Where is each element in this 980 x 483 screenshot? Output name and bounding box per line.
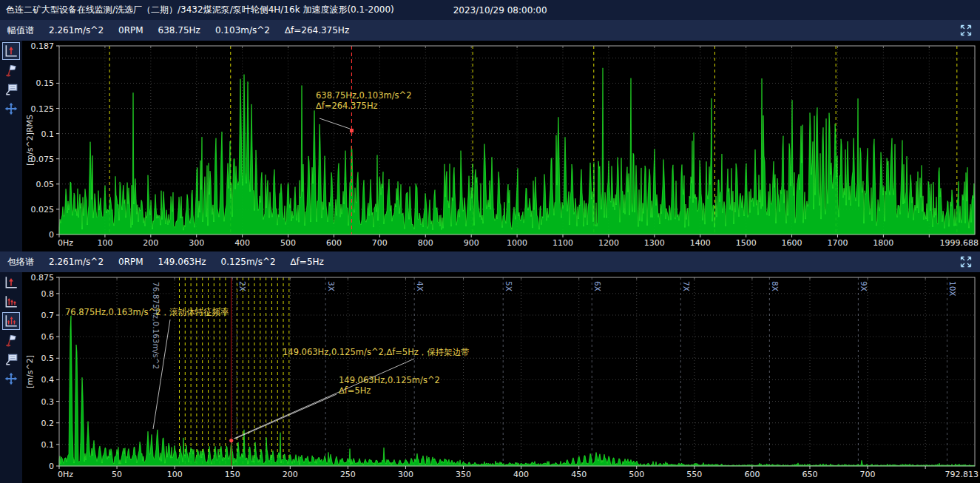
x-tick-label: 1700 — [827, 238, 848, 248]
x-tick-label: 200 — [143, 238, 158, 248]
y-tick-label: 0.125 — [31, 104, 55, 114]
x-tick-label: 1100 — [552, 238, 573, 248]
cursor-annotation: 76.875Hz,0.163m/s^2，滚动体特征频率 — [65, 307, 229, 317]
y-tick-label: 0.187 — [31, 41, 55, 51]
envelope-spectrum-chart[interactable]: 2X3X4X5X6X7X8X9X10X0Hz501001502002503003… — [22, 272, 980, 483]
harmonic-label: 7X — [682, 281, 691, 291]
delta-f-value: ∆f=264.375Hz — [285, 25, 349, 36]
y-tick-label: 0.05 — [36, 180, 55, 189]
cursor-frequency: 638.75Hz — [158, 25, 200, 36]
annotation-icon[interactable] — [2, 351, 20, 368]
y-tick-label: 0.1 — [41, 440, 55, 450]
x-tick-label: 100 — [97, 238, 112, 248]
x-tick-label: 600 — [744, 470, 760, 479]
x-tick-label: 0Hz — [58, 470, 73, 479]
harmonic-label: 4X — [416, 281, 425, 291]
chart-toolbar — [0, 41, 22, 251]
panel-body: 0Hz1002003004005006007008009001000110012… — [0, 41, 980, 251]
harmonic-label: 5X — [504, 281, 513, 291]
x-tick-label: 200 — [283, 470, 298, 479]
expand-icon[interactable] — [959, 24, 973, 37]
x-tick-label: 1999.688 — [940, 238, 979, 248]
title-bar: 色连二矿大型设备在线监测/洗选厂（二期）/3432煤泥泵/泵叶轮侧4H/16k … — [0, 0, 980, 20]
x-tick-label: 500 — [629, 470, 644, 479]
flag-icon[interactable] — [2, 61, 20, 79]
sideband-cursor-icon[interactable] — [2, 312, 20, 330]
y-tick-label: 0.875 — [31, 273, 55, 283]
peak-side-label: 76.875Hz,0.163m/s^2 — [152, 282, 160, 369]
y-tick-label: 0.5 — [41, 354, 55, 363]
x-tick-label: 300 — [398, 470, 413, 479]
y-tick-label: 0.025 — [31, 205, 55, 215]
x-tick-label: 450 — [571, 470, 587, 479]
annotation-icon[interactable] — [2, 81, 20, 98]
x-tick-label: 1300 — [644, 238, 665, 248]
x-tick-label: 400 — [513, 470, 529, 479]
x-tick-label: 1800 — [873, 238, 893, 248]
rpm-value: 0RPM — [118, 257, 143, 267]
cursor-marker[interactable] — [229, 439, 233, 442]
window-datetime: 2023/10/29 08:00:00 — [453, 5, 547, 16]
x-tick-label: 550 — [686, 470, 702, 479]
envelope-spectrum-panel: 包络谱 2.261m/s^2 0RPM 149.063Hz 0.125m/s^2… — [0, 251, 980, 483]
single-cursor-icon[interactable] — [2, 274, 20, 291]
panel-title: 幅值谱 — [7, 24, 34, 37]
panel-body: 2X3X4X5X6X7X8X9X10X0Hz501001502002503003… — [0, 272, 980, 483]
x-tick-label: 1600 — [782, 238, 802, 248]
x-tick-label: 1200 — [598, 238, 619, 248]
flag-icon[interactable] — [2, 331, 20, 349]
x-tick-label: 1500 — [736, 238, 757, 248]
spectrum-trace — [59, 68, 975, 234]
rms-value: 2.261m/s^2 — [49, 257, 104, 267]
x-tick-label: 600 — [326, 238, 342, 248]
cursor-annotation: 149.063Hz,0.125m/s^2 — [339, 375, 440, 385]
rpm-value: 0RPM — [118, 25, 143, 36]
cursor-annotation: 149.063Hz,0.125m/s^2,∆f=5Hz，保持架边带 — [283, 347, 470, 357]
x-tick-label: 250 — [340, 470, 356, 479]
x-tick-label: 300 — [189, 238, 204, 248]
harmonic-label: 6X — [593, 281, 602, 291]
x-tick-label: 0Hz — [58, 238, 73, 248]
window-title: 色连二矿大型设备在线监测/洗选厂（二期）/3432煤泥泵/泵叶轮侧4H/16k … — [6, 4, 394, 16]
y-tick-label: 0.3 — [41, 397, 55, 407]
cursor-frequency: 149.063Hz — [158, 257, 206, 267]
cursor-annotation: 638.75Hz,0.103m/s^2 — [316, 90, 412, 101]
panel-title: 包络谱 — [7, 256, 34, 268]
expand-icon[interactable] — [959, 255, 973, 268]
delta-f-value: ∆f=5Hz — [291, 257, 324, 267]
y-tick-label: 0.2 — [41, 419, 55, 428]
x-tick-label: 400 — [234, 238, 250, 248]
harmonic-cursor-icon[interactable] — [2, 293, 20, 311]
x-tick-label: 792.813 — [945, 470, 979, 479]
move-icon[interactable] — [2, 370, 20, 388]
panel-header: 幅值谱 2.261m/s^2 0RPM 638.75Hz 0.103m/s^2 … — [0, 20, 980, 41]
single-cursor-icon[interactable] — [2, 42, 20, 60]
chart-toolbar — [0, 272, 22, 483]
harmonic-label: 8X — [771, 281, 780, 291]
y-tick-label: 0.7 — [41, 311, 55, 320]
amplitude-spectrum-panel: 幅值谱 2.261m/s^2 0RPM 638.75Hz 0.103m/s^2 … — [0, 20, 980, 251]
y-tick-label: 0.15 — [36, 78, 55, 88]
move-icon[interactable] — [2, 100, 20, 118]
amplitude-spectrum-chart[interactable]: 0Hz1002003004005006007008009001000110012… — [22, 41, 980, 251]
y-tick-label: 0 — [49, 462, 54, 471]
rms-value: 2.261m/s^2 — [49, 25, 104, 36]
cursor-amplitude: 0.103m/s^2 — [215, 25, 270, 36]
harmonic-label: 10X — [948, 281, 957, 297]
x-tick-label: 900 — [464, 238, 479, 248]
x-tick-label: 1000 — [507, 238, 527, 248]
app-window: 色连二矿大型设备在线监测/洗选厂（二期）/3432煤泥泵/泵叶轮侧4H/16k … — [0, 0, 980, 483]
x-tick-label: 500 — [280, 238, 296, 248]
harmonic-label: 3X — [327, 281, 336, 291]
harmonic-label: 9X — [859, 281, 868, 291]
x-tick-label: 1400 — [690, 238, 711, 248]
cursor-annotation: ∆f=5Hz — [338, 385, 371, 396]
cursor-marker[interactable] — [350, 129, 354, 132]
x-tick-label: 150 — [225, 470, 240, 479]
x-tick-label: 50 — [112, 470, 122, 479]
y-tick-label: 0 — [49, 230, 54, 240]
panel-header: 包络谱 2.261m/s^2 0RPM 149.063Hz 0.125m/s^2… — [0, 251, 980, 272]
y-tick-label: 0.8 — [41, 289, 55, 299]
y-tick-label: 0.1 — [41, 129, 55, 139]
x-tick-label: 700 — [860, 470, 876, 479]
